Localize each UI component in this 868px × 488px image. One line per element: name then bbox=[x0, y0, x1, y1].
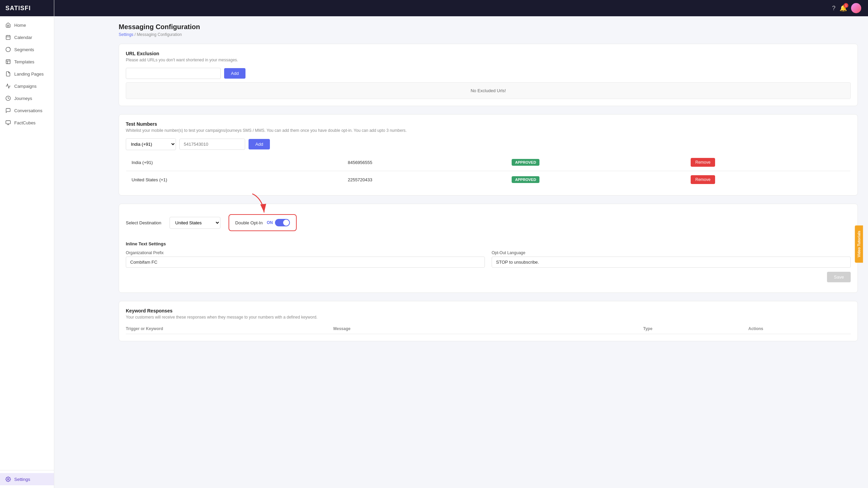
sidebar-item-journeys[interactable]: Journeys bbox=[0, 92, 54, 104]
journeys-icon bbox=[5, 96, 11, 101]
sidebar-item-landing-pages[interactable]: Landing Pages bbox=[0, 68, 54, 80]
logo-text: SATISFI bbox=[5, 5, 31, 12]
sidebar-nav: Home Calendar Segments Templates Landing… bbox=[0, 16, 54, 470]
status-cell: APPROVED bbox=[506, 154, 685, 171]
templates-icon bbox=[5, 59, 11, 64]
sidebar-item-segments-label: Segments bbox=[14, 47, 34, 52]
status-cell: APPROVED bbox=[506, 171, 685, 188]
toggle-wrapper: ON bbox=[267, 219, 290, 226]
col-message: Message bbox=[333, 326, 640, 331]
remove-button[interactable]: Remove bbox=[691, 175, 715, 184]
sidebar-item-factcubes-label: FactCubes bbox=[14, 120, 36, 125]
breadcrumb: Settings / Messaging Configuration bbox=[119, 32, 858, 37]
col-trigger: Trigger or Keyword bbox=[126, 326, 331, 331]
conversations-icon bbox=[5, 108, 11, 113]
sidebar-item-segments[interactable]: Segments bbox=[0, 43, 54, 56]
settings-icon bbox=[5, 476, 11, 482]
action-cell: Remove bbox=[685, 154, 851, 171]
sidebar-item-calendar[interactable]: Calendar bbox=[0, 31, 54, 43]
double-optin-wrapper: Double Opt-In ON bbox=[229, 214, 297, 231]
inline-settings-title: Inline Text Settings bbox=[126, 241, 851, 246]
optin-section: Select Destination United States India C… bbox=[126, 211, 851, 286]
org-prefix-group: Organizational Prefix bbox=[126, 250, 485, 268]
keyword-table-header: Trigger or Keyword Message Type Actions bbox=[126, 324, 851, 334]
sidebar-item-conversations-label: Conversations bbox=[14, 108, 42, 113]
destination-label: Select Destination bbox=[126, 220, 161, 225]
sidebar-item-settings[interactable]: Settings bbox=[0, 473, 54, 485]
svg-point-12 bbox=[7, 479, 9, 480]
sidebar-item-journeys-label: Journeys bbox=[14, 96, 32, 101]
page-title: Messaging Configuration bbox=[119, 23, 858, 31]
sidebar-bottom: Settings bbox=[0, 470, 54, 488]
landing-icon bbox=[5, 71, 11, 77]
home-icon bbox=[5, 22, 11, 28]
breadcrumb-settings-link[interactable]: Settings bbox=[119, 32, 133, 37]
opt-out-label: Opt-Out Language bbox=[492, 250, 851, 255]
sidebar-item-factcubes[interactable]: FactCubes bbox=[0, 117, 54, 129]
save-row: Save bbox=[126, 272, 851, 282]
svg-rect-0 bbox=[6, 36, 10, 40]
form-row: Organizational Prefix Opt-Out Language bbox=[126, 250, 851, 268]
table-row: India (+91) 8456956555 APPROVED Remove bbox=[126, 154, 851, 171]
destination-select[interactable]: United States India Canada UK bbox=[170, 217, 220, 229]
main-content: Messaging Configuration Settings / Messa… bbox=[108, 16, 868, 488]
url-exclusion-desc: Please add URLs you don't want shortened… bbox=[126, 58, 851, 62]
no-urls-message: No Excluded Urls! bbox=[126, 82, 851, 99]
org-prefix-input[interactable] bbox=[126, 257, 485, 268]
url-exclusion-input[interactable] bbox=[126, 68, 221, 79]
sidebar-item-home-label: Home bbox=[14, 23, 26, 28]
toggle-knob bbox=[283, 220, 289, 226]
phone-cell: 2255720433 bbox=[342, 171, 507, 188]
topbar: ? 🔔 1 bbox=[54, 0, 868, 16]
inline-text-settings: Inline Text Settings Organizational Pref… bbox=[126, 238, 851, 282]
optin-settings-card: Select Destination United States India C… bbox=[119, 204, 858, 293]
opt-out-input[interactable] bbox=[492, 257, 851, 268]
logo: SATISFI bbox=[0, 0, 54, 16]
sidebar-item-campaigns-label: Campaigns bbox=[14, 84, 37, 89]
keyword-responses-desc: Your customers will receive these respon… bbox=[126, 315, 851, 320]
col-actions: Actions bbox=[748, 326, 851, 331]
help-icon[interactable]: ? bbox=[832, 5, 835, 12]
col-type: Type bbox=[643, 326, 746, 331]
sidebar-item-templates-label: Templates bbox=[14, 59, 34, 64]
sidebar-item-home[interactable]: Home bbox=[0, 19, 54, 31]
country-cell: India (+91) bbox=[126, 154, 342, 171]
sidebar-item-conversations[interactable]: Conversations bbox=[0, 104, 54, 117]
table-row: United States (+1) 2255720433 APPROVED R… bbox=[126, 171, 851, 188]
calendar-icon bbox=[5, 35, 11, 40]
toggle-on-label: ON bbox=[267, 220, 273, 225]
country-cell: United States (+1) bbox=[126, 171, 342, 188]
url-exclusion-title: URL Exclusion bbox=[126, 51, 851, 56]
opt-out-group: Opt-Out Language bbox=[492, 250, 851, 268]
test-number-add-button[interactable]: Add bbox=[249, 139, 270, 149]
svg-rect-5 bbox=[6, 60, 10, 64]
save-button[interactable]: Save bbox=[827, 272, 851, 282]
org-prefix-label: Organizational Prefix bbox=[126, 250, 485, 255]
campaigns-icon bbox=[5, 83, 11, 89]
status-badge: APPROVED bbox=[512, 176, 539, 183]
country-select[interactable]: India (+91) United States (+1) bbox=[126, 138, 176, 150]
notification-bell[interactable]: 🔔 1 bbox=[840, 4, 847, 12]
breadcrumb-current: Messaging Configuration bbox=[137, 32, 182, 37]
sidebar-item-templates[interactable]: Templates bbox=[0, 56, 54, 68]
status-badge: APPROVED bbox=[512, 159, 539, 166]
sidebar-item-campaigns[interactable]: Campaigns bbox=[0, 80, 54, 92]
test-numbers-table: India (+91) 8456956555 APPROVED Remove U… bbox=[126, 154, 851, 188]
factcubes-icon bbox=[5, 120, 11, 125]
keyword-responses-card: Keyword Responses Your customers will re… bbox=[119, 301, 858, 341]
user-avatar[interactable] bbox=[851, 3, 861, 13]
test-numbers-desc: Whitelist your mobile number(s) to test … bbox=[126, 128, 851, 133]
action-cell: Remove bbox=[685, 171, 851, 188]
sidebar-item-landing-label: Landing Pages bbox=[14, 72, 44, 77]
notification-badge: 1 bbox=[844, 3, 848, 8]
phone-number-input[interactable] bbox=[179, 139, 245, 150]
double-optin-toggle[interactable] bbox=[275, 219, 290, 226]
sidebar-item-calendar-label: Calendar bbox=[14, 35, 32, 40]
remove-button[interactable]: Remove bbox=[691, 158, 715, 167]
svg-rect-9 bbox=[6, 121, 10, 124]
video-tutorials-tab[interactable]: Video Tutorials bbox=[855, 225, 863, 263]
test-number-input-row: India (+91) United States (+1) Add bbox=[126, 138, 851, 150]
url-add-button[interactable]: Add bbox=[224, 68, 245, 79]
sidebar: SATISFI Home Calendar Segments Templates… bbox=[0, 0, 54, 488]
url-exclusion-card: URL Exclusion Please add URLs you don't … bbox=[119, 44, 858, 106]
